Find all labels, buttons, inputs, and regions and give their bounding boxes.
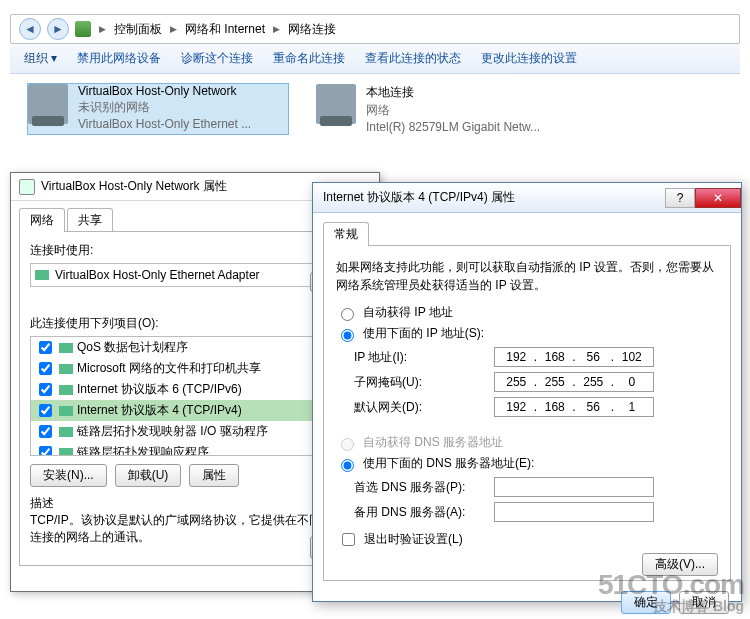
protocol-checkbox[interactable] (39, 425, 52, 438)
protocol-icon (59, 448, 73, 457)
cmd-view-status[interactable]: 查看此连接的状态 (365, 50, 461, 67)
ip-address-input[interactable]: 192.168.56.102 (494, 347, 654, 367)
properties-button[interactable]: 属性 (189, 464, 239, 487)
adapter-item-virtualbox[interactable]: VirtualBox Host-Only Network 未识别的网络 Virt… (28, 84, 288, 134)
list-item[interactable]: Internet 协议版本 6 (TCP/IPv6) (31, 379, 359, 400)
protocol-icon (59, 406, 73, 416)
list-item-ipv4[interactable]: Internet 协议版本 4 (TCP/IPv4) (31, 400, 359, 421)
install-button[interactable]: 安装(N)... (30, 464, 107, 487)
description-heading: 描述 (30, 495, 360, 512)
protocol-checkbox[interactable] (39, 446, 52, 456)
radio-auto-ip[interactable] (341, 308, 354, 321)
adapter-item-lan[interactable]: 本地连接 网络 Intel(R) 82579LM Gigabit Netw... (316, 84, 576, 134)
radio-use-ip[interactable] (341, 329, 354, 342)
cmd-rename[interactable]: 重命名此连接 (273, 50, 345, 67)
tab-networking[interactable]: 网络 (19, 208, 65, 232)
dialog-title: VirtualBox Host-Only Network 属性 (41, 178, 227, 195)
protocol-checkbox[interactable] (39, 362, 52, 375)
default-gateway-label: 默认网关(D): (354, 399, 494, 416)
adapter-state: 未识别的网络 (78, 99, 251, 116)
subnet-mask-input[interactable]: 255.255.255.0 (494, 372, 654, 392)
dialog-titlebar[interactable]: Internet 协议版本 4 (TCP/IPv4) 属性 ? ✕ (313, 183, 741, 213)
adapter-name: VirtualBox Host-Only Network (78, 84, 251, 98)
cmd-diagnose[interactable]: 诊断这个连接 (181, 50, 253, 67)
this-connection-uses-label: 此连接使用下列项目(O): (30, 315, 360, 332)
organize-menu[interactable]: 组织 ▾ (24, 50, 57, 67)
chevron-right-icon: ▶ (273, 24, 280, 34)
command-bar: 组织 ▾ 禁用此网络设备 诊断这个连接 重命名此连接 查看此连接的状态 更改此连… (10, 44, 740, 74)
adapter-select-value: VirtualBox Host-Only Ethernet Adapter (55, 268, 260, 282)
protocol-icon (59, 385, 73, 395)
list-item[interactable]: 链路层拓扑发现响应程序 (31, 442, 359, 456)
nic-small-icon (35, 270, 49, 280)
nav-back-button[interactable]: ◄ (19, 18, 41, 40)
radio-use-dns[interactable] (341, 459, 354, 472)
list-item[interactable]: 链路层拓扑发现映射器 I/O 驱动程序 (31, 421, 359, 442)
protocol-icon (59, 364, 73, 374)
protocol-listbox[interactable]: QoS 数据包计划程序 Microsoft 网络的文件和打印机共享 Intern… (30, 336, 360, 456)
close-button[interactable]: ✕ (695, 188, 741, 208)
crumb-control-panel[interactable]: 控制面板 (114, 21, 162, 38)
help-button[interactable]: ? (665, 188, 695, 208)
ok-button[interactable]: 确定 (621, 591, 671, 614)
adapter-device: Intel(R) 82579LM Gigabit Netw... (366, 120, 540, 134)
nic-icon (316, 84, 356, 124)
adapter-name: 本地连接 (366, 84, 540, 101)
alternate-dns-input[interactable]: ....... (494, 502, 654, 522)
control-panel-icon (75, 21, 91, 37)
crumb-network-connections[interactable]: 网络连接 (288, 21, 336, 38)
cmd-disable[interactable]: 禁用此网络设备 (77, 50, 161, 67)
tab-sharing[interactable]: 共享 (67, 208, 113, 232)
ipv4-properties-dialog: Internet 协议版本 4 (TCP/IPv4) 属性 ? ✕ 常规 如果网… (312, 182, 742, 602)
advanced-button[interactable]: 高级(V)... (642, 553, 718, 576)
nav-fwd-button[interactable]: ► (47, 18, 69, 40)
list-item[interactable]: QoS 数据包计划程序 (31, 337, 359, 358)
list-item[interactable]: Microsoft 网络的文件和打印机共享 (31, 358, 359, 379)
nic-icon (28, 84, 68, 124)
dialog-title: Internet 协议版本 4 (TCP/IPv4) 属性 (323, 189, 515, 206)
protocol-checkbox[interactable] (39, 404, 52, 417)
adapter-device: VirtualBox Host-Only Ethernet ... (78, 117, 251, 131)
uninstall-button[interactable]: 卸载(U) (115, 464, 182, 487)
alternate-dns-label: 备用 DNS 服务器(A): (354, 504, 494, 521)
chevron-right-icon: ▶ (170, 24, 177, 34)
radio-auto-ip-label: 自动获得 IP 地址 (363, 304, 453, 321)
adapter-state: 网络 (366, 102, 540, 119)
adapter-list: VirtualBox Host-Only Network 未识别的网络 Virt… (10, 74, 740, 144)
tab-general[interactable]: 常规 (323, 222, 369, 246)
protocol-checkbox[interactable] (39, 341, 52, 354)
validate-on-exit-label: 退出时验证设置(L) (364, 531, 463, 548)
radio-auto-dns (341, 438, 354, 451)
crumb-network-internet[interactable]: 网络和 Internet (185, 21, 265, 38)
chevron-right-icon: ▶ (99, 24, 106, 34)
subnet-mask-label: 子网掩码(U): (354, 374, 494, 391)
protocol-checkbox[interactable] (39, 383, 52, 396)
dialog-icon (19, 179, 35, 195)
radio-auto-dns-label: 自动获得 DNS 服务器地址 (363, 434, 503, 451)
validate-on-exit-checkbox[interactable] (342, 533, 355, 546)
radio-use-dns-label: 使用下面的 DNS 服务器地址(E): (363, 455, 534, 472)
preferred-dns-input[interactable]: ....... (494, 477, 654, 497)
connect-using-label: 连接时使用: (30, 242, 360, 259)
default-gateway-input[interactable]: 192.168.56.1 (494, 397, 654, 417)
ip-address-label: IP 地址(I): (354, 349, 494, 366)
protocol-icon (59, 427, 73, 437)
protocol-icon (59, 343, 73, 353)
cancel-button[interactable]: 取消 (679, 591, 729, 614)
cmd-change-settings[interactable]: 更改此连接的设置 (481, 50, 577, 67)
radio-use-ip-label: 使用下面的 IP 地址(S): (363, 325, 484, 342)
preferred-dns-label: 首选 DNS 服务器(P): (354, 479, 494, 496)
address-bar: ◄ ► ▶ 控制面板 ▶ 网络和 Internet ▶ 网络连接 (10, 14, 740, 44)
info-text: 如果网络支持此功能，则可以获取自动指派的 IP 设置。否则，您需要从网络系统管理… (336, 258, 718, 294)
